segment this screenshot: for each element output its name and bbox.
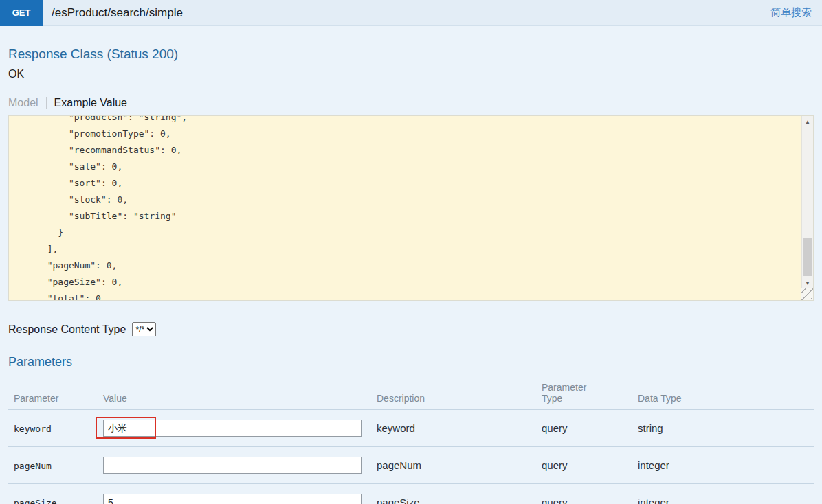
vertical-scrollbar[interactable]: ▲ ▼ <box>801 116 813 288</box>
scrollbar-up-icon[interactable]: ▲ <box>802 116 813 127</box>
code-line: "total": 0, <box>36 290 813 301</box>
tab-example-value[interactable]: Example Value <box>47 97 127 109</box>
keyword-input[interactable] <box>103 420 362 437</box>
column-header-parameter: Parameter <box>8 375 98 410</box>
param-description: pageNum <box>371 447 536 484</box>
code-line: "promotionType": 0, <box>36 126 813 142</box>
example-value-code-box: "productSn": "string", "promotionType": … <box>8 115 814 301</box>
code-line: "pageNum": 0, <box>36 257 813 274</box>
tab-model[interactable]: Model <box>8 97 47 109</box>
json-example-code: "productSn": "string", "promotionType": … <box>9 115 813 301</box>
parameters-table: Parameter Value Description Parameter Ty… <box>8 375 814 504</box>
code-line: ], <box>36 241 813 257</box>
table-row: pageNum pageNum query integer <box>8 447 814 484</box>
response-tabs: Model Example Value <box>8 97 814 109</box>
column-header-description: Description <box>371 375 536 410</box>
code-line: } <box>36 225 813 241</box>
endpoint-summary-link[interactable]: 简单搜索 <box>770 6 822 19</box>
column-header-parameter-type: Parameter Type <box>536 375 632 410</box>
content-type-select[interactable]: */* <box>132 322 156 336</box>
code-line: "pageSize": 0, <box>36 274 813 290</box>
pagenum-input[interactable] <box>103 457 362 474</box>
resize-grip-icon[interactable] <box>801 288 813 300</box>
main-content: Response Class (Status 200) OK Model Exa… <box>0 47 822 504</box>
table-header-row: Parameter Value Description Parameter Ty… <box>8 375 814 410</box>
pagesize-input[interactable] <box>103 494 362 504</box>
response-class-title: Response Class (Status 200) <box>8 47 814 62</box>
param-name: keyword <box>14 424 52 434</box>
code-line: "subTitle": "string" <box>36 208 813 225</box>
table-row: pageSize pageSize query integer <box>8 484 814 504</box>
endpoint-path[interactable]: /esProduct/search/simple <box>52 6 183 20</box>
param-name: pageNum <box>14 461 52 471</box>
column-header-value: Value <box>98 375 371 410</box>
code-line: "stock": 0, <box>36 192 813 208</box>
response-content-type-label: Response Content Type <box>8 323 126 336</box>
scrollbar-thumb[interactable] <box>803 238 812 276</box>
table-row: keyword keyword query string <box>8 410 814 447</box>
param-data-type: integer <box>632 447 814 484</box>
response-content-type-row: Response Content Type */* <box>8 322 814 336</box>
param-data-type: string <box>632 410 814 447</box>
param-data-type: integer <box>632 484 814 504</box>
code-line: "productSn": "string", <box>36 115 813 126</box>
param-type: query <box>536 484 632 504</box>
param-description: pageSize <box>371 484 536 504</box>
api-endpoint-header: GET /esProduct/search/simple 简单搜索 <box>0 0 822 26</box>
param-name: pageSize <box>14 498 57 504</box>
param-type: query <box>536 410 632 447</box>
parameters-title: Parameters <box>8 355 814 369</box>
param-type: query <box>536 447 632 484</box>
code-line: "recommandStatus": 0, <box>36 142 813 159</box>
param-description: keyword <box>371 410 536 447</box>
scrollbar-down-icon[interactable]: ▼ <box>802 277 813 288</box>
code-line: "sale": 0, <box>36 159 813 175</box>
code-line: "sort": 0, <box>36 175 813 192</box>
response-status-text: OK <box>8 68 814 80</box>
http-method-badge[interactable]: GET <box>0 0 43 26</box>
column-header-data-type: Data Type <box>632 375 814 410</box>
